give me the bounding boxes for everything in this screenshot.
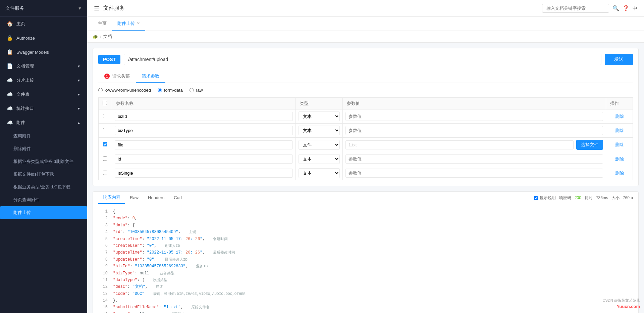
delete-row-button[interactable]: 删除	[615, 156, 624, 162]
chevron-right-icon: ▼	[77, 79, 80, 82]
sidebar-sub-download-biz[interactable]: 根据业务类型/业务id打包下载	[0, 181, 87, 193]
param-type-select[interactable]: 文本文件整数浮点数	[299, 154, 340, 164]
param-value-input[interactable]	[345, 126, 603, 135]
line-number: 10	[98, 270, 108, 277]
radio-formdata-label: form-data	[164, 88, 183, 93]
response-tab-content[interactable]: 响应内容	[98, 192, 125, 204]
radio-urlencoded-input[interactable]	[98, 88, 103, 92]
breadcrumb-sep: /	[100, 34, 101, 39]
param-value-input[interactable]	[345, 169, 603, 178]
row-checkbox[interactable]	[103, 171, 107, 175]
line-content: "group": null,	[113, 311, 147, 313]
response-line: 7 "updateTime": "2022-11-05 17: 26: 26",…	[98, 249, 633, 256]
response-meta: 显示说明 响应码 200 耗时 736ms 大小 760 b	[534, 195, 633, 201]
line-content: "dataType": {	[113, 277, 145, 283]
tab-home[interactable]: 主页	[93, 17, 112, 31]
param-type-select[interactable]: 文本文件整数浮点数	[299, 168, 340, 178]
sidebar-sub-delete-by-biz[interactable]: 根据业务类型或业务id删除文件	[0, 155, 87, 168]
main-content: ☰ 文件服务 🔍 ❓ 中 主页 附件上传 ✕ 🐢 / 文档 POST /atta…	[87, 0, 644, 313]
delete-row-button[interactable]: 删除	[615, 170, 624, 176]
sidebar-item-label: 分片上传	[16, 77, 34, 83]
response-line: 11 "dataType": {数据类型	[98, 277, 633, 283]
sidebar-item-chunk-upload[interactable]: ☁️ 分片上传 ▼	[0, 73, 87, 87]
line-comment: 原始文件名	[191, 304, 210, 311]
param-name-input[interactable]	[115, 169, 293, 178]
show-desc-checkbox[interactable]	[534, 196, 538, 200]
search-input[interactable]	[542, 4, 609, 13]
lang-toggle[interactable]: 中	[633, 5, 637, 11]
response-tab-curl[interactable]: Curl	[169, 192, 186, 204]
watermark: Yuucn.com	[617, 304, 640, 309]
radio-formdata[interactable]: form-data	[158, 88, 183, 93]
sidebar-item-label: 统计接口	[16, 105, 34, 111]
file-icon: 📄	[7, 63, 13, 69]
cloud-icon: ☁️	[7, 120, 13, 126]
radio-formdata-input[interactable]	[158, 88, 162, 92]
chevron-right-icon: ▼	[77, 64, 80, 68]
send-button[interactable]: 发送	[605, 54, 633, 65]
show-desc-toggle[interactable]: 显示说明	[534, 195, 556, 201]
line-comment: 数据类型	[153, 277, 167, 283]
help-icon[interactable]: ❓	[623, 5, 629, 11]
delete-row-button[interactable]: 删除	[615, 142, 624, 148]
show-desc-label: 显示说明	[540, 195, 556, 201]
response-tab-raw[interactable]: Raw	[125, 192, 143, 204]
row-checkbox[interactable]	[103, 128, 107, 132]
radio-raw[interactable]: raw	[190, 88, 203, 93]
sidebar-sub-label: 删除附件	[13, 146, 31, 151]
line-content: "code": 0,	[113, 215, 137, 222]
home-icon: 🏠	[7, 21, 13, 27]
sub-tab-params[interactable]: 请求参数	[136, 71, 165, 83]
sidebar-sub-delete-attachment[interactable]: 删除附件	[0, 142, 87, 155]
line-comment: 创建人ID	[165, 243, 180, 249]
sidebar-sub-label: 根据文件ids打包下载	[13, 172, 54, 177]
file-value-input[interactable]	[345, 140, 574, 149]
col-action: 操作	[606, 98, 633, 109]
sidebar-sub-query-attachment[interactable]: 查询附件	[0, 130, 87, 142]
search-icon[interactable]: 🔍	[612, 5, 619, 11]
param-type-select[interactable]: 文本文件整数浮点数	[299, 111, 340, 121]
select-all-checkbox[interactable]	[103, 101, 107, 105]
sidebar-item-label: 主页	[16, 21, 25, 27]
response-status-label: 响应码	[559, 195, 571, 201]
sidebar-item-doc-mgmt[interactable]: 📄 文档管理 ▼	[0, 59, 87, 73]
line-content: "bizType": null,	[113, 270, 152, 277]
param-name-input[interactable]	[115, 112, 293, 121]
sidebar-item-file-table[interactable]: ☁️ 文件表 ▼	[0, 87, 87, 101]
line-number: 13	[98, 290, 108, 297]
radio-raw-input[interactable]	[190, 88, 194, 92]
line-content: "updateTime": "2022-11-05 17: 26: 26",	[113, 249, 205, 256]
sidebar-item-stats[interactable]: ☁️ 统计接口 ▼	[0, 101, 87, 116]
param-name-input[interactable]	[115, 140, 293, 149]
param-name-input[interactable]	[115, 126, 293, 135]
radio-urlencoded[interactable]: x-www-form-urlencoded	[98, 88, 151, 93]
sidebar-item-home[interactable]: 🏠 主页	[0, 17, 87, 31]
sidebar-item-swagger-models[interactable]: 📋 Swagger Models	[0, 45, 87, 59]
delete-row-button[interactable]: 删除	[615, 128, 624, 134]
param-value-input[interactable]	[345, 112, 603, 121]
sidebar-sub-upload[interactable]: 附件上传	[0, 206, 87, 219]
table-row: 文本文件整数浮点数删除	[99, 124, 633, 138]
row-checkbox[interactable]	[103, 142, 107, 146]
line-content: },	[113, 297, 118, 304]
breadcrumb: 🐢 / 文档	[87, 31, 644, 43]
row-checkbox[interactable]	[103, 114, 107, 118]
choose-file-button[interactable]: 选择文件	[576, 140, 603, 150]
param-type-select[interactable]: 文本文件整数浮点数	[299, 140, 340, 150]
sidebar-item-authorize[interactable]: 🔒 Authorize	[0, 31, 87, 45]
param-type-select[interactable]: 文本文件整数浮点数	[299, 126, 340, 135]
sidebar-sub-download-ids[interactable]: 根据文件ids打包下载	[0, 168, 87, 181]
param-name-input[interactable]	[115, 154, 293, 164]
delete-row-button[interactable]: 删除	[615, 114, 624, 120]
sidebar-item-attachment[interactable]: ☁️ 附件 ▲	[0, 116, 87, 130]
cloud-icon: ☁️	[7, 91, 13, 97]
row-checkbox[interactable]	[103, 156, 107, 161]
tab-upload[interactable]: 附件上传 ✕	[112, 17, 145, 31]
hamburger-icon[interactable]: ☰	[94, 5, 99, 12]
response-tab-headers[interactable]: Headers	[143, 192, 169, 204]
tab-close-icon[interactable]: ✕	[137, 21, 140, 26]
sub-tab-header[interactable]: 1 请求头部	[98, 71, 136, 83]
sidebar-sub-page-query[interactable]: 分页查询附件	[0, 193, 87, 206]
param-value-input[interactable]	[345, 154, 603, 164]
table-row: 文本文件整数浮点数删除	[99, 166, 633, 180]
